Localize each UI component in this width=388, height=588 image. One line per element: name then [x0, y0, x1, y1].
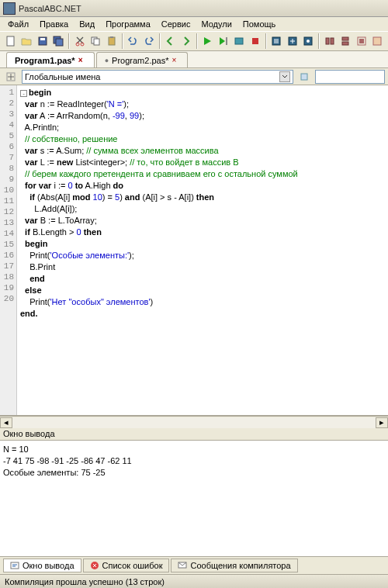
tab-label: Program2.pas* — [112, 56, 168, 65]
svg-rect-11 — [226, 37, 227, 45]
svg-rect-27 — [11, 562, 19, 569]
svg-rect-10 — [110, 36, 113, 38]
output-panel[interactable]: N = 10 -7 41 75 -98 -91 -25 -86 47 -62 1… — [0, 441, 388, 557]
svg-point-17 — [307, 40, 310, 43]
menu-file[interactable]: Файл — [3, 19, 33, 29]
code-area[interactable]: -begin var n := ReadInteger('N ='); var … — [17, 85, 388, 415]
svg-rect-2 — [40, 38, 45, 40]
titlebar: PascalABC.NET — [0, 0, 388, 17]
run-button[interactable] — [200, 33, 216, 49]
compile-button[interactable] — [232, 33, 248, 49]
tab-label: Сообщения компилятора — [190, 561, 290, 570]
undo-button[interactable] — [126, 33, 141, 49]
window-title: PascalABC.NET — [19, 4, 81, 13]
save-button[interactable] — [35, 33, 50, 49]
nav-bar: Глобальные имена — [0, 68, 388, 85]
menubar: Файл Правка Вид Программа Сервис Модули … — [0, 17, 388, 31]
scope-combo[interactable]: Глобальные имена — [22, 70, 293, 84]
menu-view[interactable]: Вид — [74, 19, 99, 29]
tab-label: Окно вывода — [23, 561, 74, 570]
toolbar — [0, 31, 388, 51]
scope-label: Глобальные имена — [25, 72, 101, 81]
scroll-left-button[interactable]: ◂ — [0, 417, 12, 428]
tab-label: Список ошибок — [102, 561, 163, 570]
stop-button[interactable] — [248, 33, 263, 49]
bottom-tabs: Окно вывода Список ошибок Сообщения комп… — [0, 557, 388, 574]
menu-help[interactable]: Помощь — [238, 19, 281, 29]
svg-rect-19 — [331, 38, 334, 44]
step-over-button[interactable] — [285, 33, 300, 49]
menu-service[interactable]: Сервис — [157, 19, 196, 29]
menu-modules[interactable]: Модули — [196, 19, 236, 29]
tab-messages[interactable]: Сообщения компилятора — [171, 559, 297, 572]
chevron-down-icon[interactable] — [279, 71, 290, 82]
svg-rect-20 — [342, 37, 348, 40]
toolbar-button-c[interactable] — [354, 33, 369, 49]
output-icon — [10, 561, 19, 570]
app-icon — [3, 2, 16, 15]
tab-program2[interactable]: ● Program2.pas* × — [96, 52, 189, 67]
tab-output[interactable]: Окно вывода — [3, 559, 81, 572]
svg-rect-26 — [301, 74, 307, 80]
tab-errors[interactable]: Список ошибок — [83, 559, 170, 572]
open-file-button[interactable] — [19, 33, 35, 49]
step-out-button[interactable] — [301, 33, 317, 49]
scroll-right-button[interactable]: ▸ — [376, 417, 388, 428]
run-no-debug-button[interactable] — [216, 33, 231, 49]
nav-icon-2[interactable] — [296, 69, 312, 85]
horizontal-scrollbar[interactable]: ◂ ▸ — [0, 416, 388, 428]
svg-rect-0 — [7, 36, 14, 46]
menu-program[interactable]: Программа — [101, 19, 155, 29]
svg-rect-24 — [373, 37, 381, 45]
svg-rect-8 — [94, 39, 99, 45]
line-gutter: 1 2 3 4 5 6 7 8 9 10 11 12 13 14 15 16 1… — [0, 85, 17, 415]
editor-tabs: Program1.pas* × ● Program2.pas* × — [0, 51, 388, 68]
paste-button[interactable] — [104, 33, 120, 49]
modified-icon: ● — [105, 57, 109, 64]
svg-rect-23 — [359, 39, 364, 43]
close-icon[interactable]: × — [171, 57, 179, 64]
toolbar-button-d[interactable] — [370, 33, 386, 49]
message-icon — [178, 561, 187, 570]
svg-rect-9 — [109, 37, 115, 45]
toolbar-button-a[interactable] — [322, 33, 338, 49]
status-text: Компиляция прошла успешно (13 строк) — [5, 577, 165, 586]
svg-rect-21 — [342, 42, 348, 45]
nav-back-button[interactable] — [163, 33, 178, 49]
error-icon — [90, 561, 99, 570]
output-panel-label: Окно вывода — [0, 428, 388, 441]
nav-icon[interactable] — [3, 69, 19, 85]
step-into-button[interactable] — [269, 33, 285, 49]
member-combo[interactable] — [315, 70, 385, 84]
save-all-button[interactable] — [51, 33, 67, 49]
tab-label: Program1.pas* — [15, 56, 75, 65]
toolbar-button-b[interactable] — [338, 33, 354, 49]
svg-rect-13 — [252, 38, 258, 44]
svg-rect-18 — [326, 38, 329, 44]
redo-button[interactable] — [141, 33, 157, 49]
svg-rect-12 — [235, 38, 243, 44]
nav-forward-button[interactable] — [178, 33, 194, 49]
statusbar: Компиляция прошла успешно (13 строк) — [0, 574, 388, 588]
code-editor[interactable]: 1 2 3 4 5 6 7 8 9 10 11 12 13 14 15 16 1… — [0, 85, 388, 416]
svg-rect-4 — [56, 39, 63, 46]
new-file-button[interactable] — [3, 33, 19, 49]
copy-button[interactable] — [88, 33, 104, 49]
cut-button[interactable] — [72, 33, 88, 49]
scroll-track[interactable] — [12, 417, 376, 428]
tab-program1[interactable]: Program1.pas* × — [6, 52, 95, 67]
menu-edit[interactable]: Правка — [35, 19, 73, 29]
close-icon[interactable]: × — [78, 57, 86, 64]
